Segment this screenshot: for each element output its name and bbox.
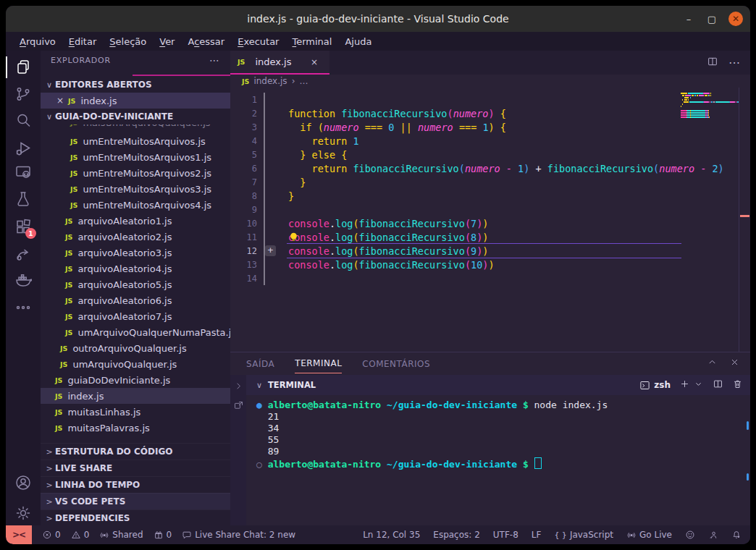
file-tree-item[interactable]: JSindex.js [41, 388, 230, 404]
terminal-scrollbar[interactable] [747, 421, 749, 430]
sidebar-section-linha-do-tempo[interactable]: >LINHA DO TEMPO [41, 476, 230, 493]
sidebar-section-live-share[interactable]: >LIVE SHARE [41, 460, 230, 476]
menu-editar[interactable]: Editar [62, 36, 104, 47]
kill-terminal-icon[interactable] [732, 378, 743, 392]
menu-executar[interactable]: Executar [231, 36, 285, 47]
close-panel-icon[interactable] [729, 357, 740, 371]
tab-index-js[interactable]: JS index.js × [230, 51, 329, 75]
session-details-icon[interactable] [233, 400, 244, 414]
file-tree-item[interactable]: JSarquivoAleatorio4.js [41, 261, 230, 276]
file-tree-item[interactable]: JSumArquivoQualquer.js [41, 356, 230, 372]
minimize-button[interactable]: – [682, 14, 695, 25]
status-item-0[interactable]: 0 [71, 530, 90, 540]
activity-search-icon[interactable] [6, 106, 41, 134]
status-item-utf-8[interactable]: UTF-8 [493, 530, 518, 540]
tab-close-icon[interactable]: × [311, 57, 322, 67]
status-item-0[interactable]: 0 [154, 530, 172, 540]
activity-account-icon[interactable] [6, 469, 41, 496]
activity-remote-explorer-icon[interactable] [6, 158, 41, 186]
status-item-javascript[interactable]: { }JavaScript [554, 530, 613, 540]
status-item-0[interactable]: 0 [42, 530, 61, 540]
add-breakpoint-icon[interactable]: + [265, 245, 276, 256]
status-item[interactable] [685, 530, 695, 540]
activity-live-share-icon[interactable] [6, 240, 41, 268]
file-tree-item[interactable]: JSumArquivoQualquerNumaPasta.js [41, 324, 230, 340]
split-terminal-icon[interactable] [713, 378, 723, 392]
code-line[interactable]: 3 if (numero === 0 || numero === 1) { [230, 120, 681, 134]
activity-explorer-icon[interactable] [6, 54, 41, 81]
chevron-down-icon[interactable] [693, 378, 704, 392]
status-item-ln-12-col-35[interactable]: Ln 12, Col 35 [363, 530, 420, 540]
code-line[interactable]: 9 [230, 203, 681, 216]
file-tree-item[interactable]: JSumEntreMuitosArquivos2.js [41, 165, 230, 181]
file-tree-item[interactable]: JSumEntreMuitosArquivos1.js [41, 149, 230, 165]
status-item-live-share-chat-2-new[interactable]: Live Share Chat: 2 new [182, 530, 295, 540]
maximize-button[interactable]: ▢ [705, 14, 718, 25]
new-terminal-icon[interactable] [679, 378, 690, 392]
terminal-view[interactable]: ∨ TERMINAL zsh [246, 375, 750, 525]
menu-acessar[interactable]: Acessar [181, 36, 231, 47]
file-tree-item[interactable]: JSumEntreMuitosArquivos.js [41, 133, 230, 149]
editor-more-actions-icon[interactable]: ⋯ [728, 56, 740, 69]
activity-testing-icon[interactable] [6, 185, 41, 213]
open-editors-header[interactable]: ∨ EDITORES ABERTOS [41, 77, 230, 93]
status-item-espa-os-2[interactable]: Espaços: 2 [433, 530, 480, 540]
code-line[interactable]: 14 [230, 271, 681, 285]
project-folder-header[interactable]: ∨ GUIA-DO-DEV-INICIANTE [41, 109, 230, 124]
activity-source-control-icon[interactable] [6, 80, 41, 108]
panel-tab-saída[interactable]: SAÍDA [246, 355, 274, 373]
menu-arquivo[interactable]: Arquivo [13, 36, 62, 47]
file-tree-item[interactable]: JSarquivoAleatorio7.js [41, 308, 230, 324]
sidebar-section-dependencies[interactable]: >DEPENDENCIES [41, 509, 230, 525]
sidebar-section-estrutura-do-c-digo[interactable]: >ESTRUTURA DO CÓDIGO [41, 443, 230, 460]
file-tree-item[interactable]: JSmuitasLinhas.js [41, 404, 230, 420]
activity-more-icon[interactable] [6, 294, 41, 321]
file-tree-item[interactable]: JSarquivoAleatorio6.js [41, 292, 230, 308]
file-tree-item[interactable]: JSarquivoAleatorio3.js [41, 245, 230, 261]
panel-tab-comentários[interactable]: COMENTÁRIOS [362, 355, 430, 373]
status-item-go-live[interactable]: Go Live [626, 530, 672, 540]
close-editor-icon[interactable]: × [56, 96, 68, 106]
file-tree-item[interactable]: JSmuitasPalavras.js [41, 420, 230, 436]
status-item[interactable] [731, 530, 742, 540]
file-tree-item[interactable]: JSarquivoAleatorio2.js [41, 229, 230, 245]
status-item-lf[interactable]: LF [532, 530, 542, 540]
open-editor-item[interactable]: ×JSindex.js [41, 93, 230, 109]
status-item[interactable] [708, 530, 718, 540]
file-tree-item[interactable]: JSguiaDoDevIniciante.js [41, 372, 230, 388]
activity-settings-icon[interactable] [6, 499, 41, 527]
menu-seleção[interactable]: Seleção [103, 36, 153, 47]
code-line[interactable]: 8} [230, 189, 681, 203]
shell-selector[interactable]: zsh [639, 380, 671, 391]
close-button[interactable]: ✕ [728, 12, 743, 26]
file-tree-item[interactable]: JSarquivoAleatorio5.js [41, 276, 230, 292]
code-line[interactable]: 5 } else { [230, 148, 681, 161]
remote-indicator[interactable]: >< [6, 525, 32, 544]
activity-docker-icon[interactable] [6, 266, 41, 293]
menu-ajuda[interactable]: Ajuda [338, 36, 378, 47]
file-tree-item[interactable]: JSumEntreMuitosArquivos3.js [41, 181, 230, 197]
code-line[interactable]: 12console.log(fibonacciRecursivo(9))+ [230, 244, 681, 258]
minimap[interactable] [681, 90, 739, 121]
menu-terminal[interactable]: Terminal [285, 36, 338, 47]
code-line[interactable]: 10console.log(fibonacciRecursivo(7)) [230, 216, 681, 230]
file-tree-item[interactable]: JSarquivoAleatorio1.js [41, 213, 230, 229]
code-line[interactable]: 6 return fibonacciRecursivo(numero - 1) … [230, 161, 681, 175]
panel-tab-terminal[interactable]: TERMINAL [295, 354, 342, 373]
code-line[interactable]: 2function fibonacciRecursivo(numero) { [230, 106, 681, 120]
menu-ver[interactable]: Ver [153, 36, 181, 47]
split-editor-icon[interactable] [707, 56, 718, 70]
chevron-down-icon[interactable]: ∨ [253, 381, 265, 390]
code-editor[interactable]: 12function fibonacciRecursivo(numero) {3… [230, 88, 750, 352]
file-tree-item[interactable]: JSoutroArquivoQualquer.js [41, 340, 230, 356]
breadcrumb[interactable]: JS index.js › … [230, 75, 750, 88]
sidebar-more-icon[interactable]: ⋯ [209, 54, 220, 66]
sidebar-section-vs-code-pets[interactable]: >VS CODE PETS [41, 493, 230, 509]
activity-extensions-icon[interactable]: 1 [6, 213, 41, 240]
file-tree-item[interactable]: JSmaisUmArquivoQualquer.js [41, 124, 230, 133]
status-item-shared[interactable]: Shared [99, 530, 143, 540]
code-line[interactable]: 11console.log(fibonacciRecursivo(8)) [230, 230, 681, 244]
code-line[interactable]: 13console.log(fibonacciRecursivo(10)) [230, 258, 681, 271]
lightbulb-icon[interactable] [288, 232, 299, 242]
file-tree-item[interactable]: JSumEntreMuitosArquivos4.js [41, 197, 230, 213]
